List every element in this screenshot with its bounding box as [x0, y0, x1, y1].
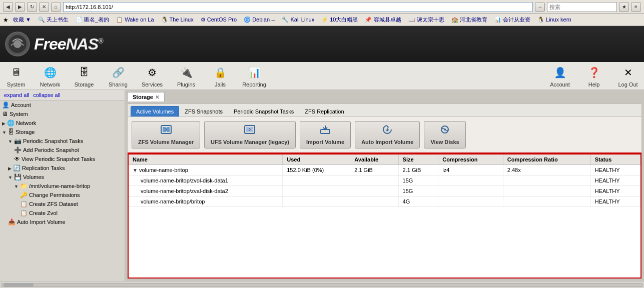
- volume-path-sidebar-icon: 📁: [20, 182, 28, 190]
- import-volume-label: Import Volume: [306, 139, 344, 145]
- auto-import-volume-button[interactable]: Auto Import Volume: [355, 121, 420, 148]
- cell-used: [283, 196, 350, 207]
- jails-label: Jails: [215, 82, 226, 88]
- col-name: Name: [129, 154, 283, 165]
- sidebar-item-create-zfs[interactable]: 📋 Create ZFS Dataset: [0, 200, 125, 208]
- sidebar-item-create-zvol[interactable]: 📋 Create Zvol: [0, 208, 125, 218]
- toolbar-sharing[interactable]: 🔗 Sharing: [106, 64, 130, 88]
- sidebar-item-auto-import[interactable]: 📥 Auto Import Volume: [0, 218, 125, 226]
- home-button[interactable]: ⌂: [51, 2, 61, 12]
- import-volume-button[interactable]: Import Volume: [300, 121, 351, 148]
- scrollbar-thumb[interactable]: [4, 284, 34, 286]
- toolbar-account[interactable]: 👤 Account: [548, 64, 572, 88]
- scrollbar-track[interactable]: [1, 283, 643, 287]
- sub-tab-zfs-replication[interactable]: ZFS Replication: [299, 106, 349, 116]
- collapse-all-link[interactable]: collapse all: [33, 92, 60, 98]
- refresh-button[interactable]: ↻: [27, 2, 37, 12]
- sidebar-item-periodic-snapshot[interactable]: 📷 Periodic Snapshot Tasks: [0, 136, 125, 146]
- zfs-vm-icon: [160, 124, 172, 137]
- table-row[interactable]: volume-name-britop/britop 4G HEALTHY: [129, 196, 640, 207]
- auto-import-label: Auto Import Volume: [361, 139, 413, 145]
- toolbar-plugins[interactable]: 🔌 Plugins: [174, 64, 198, 88]
- storage-sidebar-icon: 🗄: [8, 128, 14, 136]
- sidebar-item-add-periodic[interactable]: ➕ Add Periodic Snapshot: [0, 146, 125, 154]
- bookmark-wakeonlan[interactable]: 📋 Wake on La: [114, 16, 156, 24]
- sub-tab-periodic-snapshot-tasks[interactable]: Periodic Snapshot Tasks: [228, 106, 299, 116]
- back-button[interactable]: ◀: [3, 2, 13, 12]
- toolbar-services[interactable]: ⚙ Services: [140, 64, 164, 88]
- tab-storage[interactable]: Storage ✕: [127, 92, 165, 102]
- bookmark-debian[interactable]: 🌀 Debian --: [241, 16, 277, 24]
- table-row[interactable]: ▼ volume-name-britop 152.0 KiB (0%) 2.1 …: [129, 165, 640, 176]
- col-status: Status: [590, 154, 640, 165]
- logout-icon: ✕: [620, 64, 636, 80]
- sub-tab-zfs-snapshots-label: ZFS Snapshots: [185, 108, 223, 114]
- logo-text: FreeNAS®: [34, 35, 103, 54]
- toolbar-system[interactable]: 🖥 System: [4, 64, 28, 88]
- bookmark-shouc[interactable]: 收藏 ▼: [11, 16, 34, 24]
- sub-tab-zfs-snapshots[interactable]: ZFS Snapshots: [179, 106, 228, 116]
- cell-status: HEALTHY: [590, 176, 640, 186]
- sub-tab-active-volumes[interactable]: Active Volumes: [131, 106, 179, 116]
- bookmark-tiansheng[interactable]: 🔍 天上书生: [36, 16, 71, 24]
- expand-arrow[interactable]: ▼: [133, 168, 138, 173]
- bookmark-centos[interactable]: ⚙ CentOS Pro: [198, 16, 239, 24]
- browser-search-input[interactable]: [547, 2, 617, 12]
- expand-all-link[interactable]: expand all: [4, 92, 29, 98]
- stop-button[interactable]: ✕: [39, 2, 49, 12]
- table-area[interactable]: Name Used Available Size Compression Com…: [128, 154, 641, 278]
- cell-size: 15G: [398, 176, 438, 186]
- col-compression: Compression: [438, 154, 503, 165]
- toolbar-storage[interactable]: 🗄 Storage: [72, 64, 96, 88]
- bookmark-top10[interactable]: ⚡ 10大白帽黑: [319, 16, 360, 24]
- sidebar-item-system[interactable]: 🖥 System: [0, 110, 125, 118]
- jails-icon: 🔒: [212, 64, 228, 80]
- bookmark-rongcheng[interactable]: 📌 容城县卓越: [362, 16, 403, 24]
- search-go-button[interactable]: →: [535, 2, 545, 12]
- sidebar-item-account[interactable]: 👤 Account: [0, 100, 125, 110]
- menu-button[interactable]: ≡: [631, 2, 641, 12]
- bookmark-anon[interactable]: 📄 匿名_者的: [73, 16, 112, 24]
- volume-path-sidebar-label: /mnt/volume-name-britop: [29, 183, 90, 189]
- view-disks-button[interactable]: View Disks: [424, 121, 465, 148]
- toolbar-network[interactable]: 🌐 Network: [38, 64, 62, 88]
- bookmark-hebei[interactable]: 🏫 河北省教育: [449, 16, 490, 24]
- toolbar-logout[interactable]: ✕ Log Out: [616, 64, 640, 88]
- ufs-vm-label: UFS Volume Manager (legacy): [211, 139, 289, 145]
- bookmark-button[interactable]: ★: [619, 2, 629, 12]
- toolbar-help[interactable]: ❓ Help: [582, 64, 606, 88]
- ufs-volume-manager-button[interactable]: UFS Volume Manager (legacy): [204, 121, 296, 148]
- bookmark-thelinux[interactable]: 🐧 The Linux: [159, 16, 196, 24]
- tab-close-icon[interactable]: ✕: [155, 94, 159, 100]
- cell-available: [350, 186, 398, 196]
- auto-import-sidebar-label: Auto Import Volume: [17, 219, 66, 225]
- toolbar-jails[interactable]: 🔒 Jails: [208, 64, 232, 88]
- sidebar-item-view-periodic[interactable]: 👁 View Periodic Snapshot Tasks: [0, 154, 125, 164]
- cell-compression: [438, 196, 503, 207]
- storage-icon: 🗄: [76, 64, 92, 80]
- sidebar-item-storage[interactable]: 🗄 Storage: [0, 128, 125, 136]
- action-buttons: ZFS Volume Manager UFS Volume Manager (l…: [128, 117, 641, 154]
- bookmark-sunzong[interactable]: 📖 谏太宗十思: [406, 16, 447, 24]
- zfs-volume-manager-button[interactable]: ZFS Volume Manager: [132, 121, 200, 148]
- sidebar-scroll[interactable]: 👤 Account 🖥 System 🌐 Network 🗄: [0, 100, 125, 278]
- col-used: Used: [283, 154, 350, 165]
- cell-size: 4G: [398, 196, 438, 207]
- url-bar[interactable]: [63, 2, 533, 12]
- table-row[interactable]: volume-name-britop/zval-disk-data2 15G H…: [129, 186, 640, 196]
- cell-size: 15G: [398, 186, 438, 196]
- sidebar-item-volumes[interactable]: 💾 Volumes: [0, 172, 125, 182]
- bookmark-accounting[interactable]: 📊 会计从业资: [492, 16, 533, 24]
- bookmark-kali[interactable]: 🔧 Kali Linux: [279, 16, 317, 24]
- bookmark-linuxkern[interactable]: 🐧 Linux kern: [535, 16, 574, 24]
- sidebar-item-replication[interactable]: 🔄 Replication Tasks: [0, 164, 125, 172]
- cell-compression: [438, 176, 503, 186]
- horizontal-scrollbar[interactable]: [0, 281, 644, 288]
- sidebar-item-network[interactable]: 🌐 Network: [0, 118, 125, 128]
- sidebar-item-change-perms[interactable]: 🔑 Change Permissions: [0, 190, 125, 200]
- toolbar-reporting[interactable]: 📊 Reporting: [242, 64, 266, 88]
- bookmarks-bar: ★ 收藏 ▼ 🔍 天上书生 📄 匿名_者的 📋 Wake on La 🐧 The…: [0, 14, 644, 26]
- table-row[interactable]: volume-name-britop/zvol-disk-data1 15G H…: [129, 176, 640, 186]
- forward-button[interactable]: ▶: [15, 2, 25, 12]
- sidebar-item-volume-path[interactable]: 📁 /mnt/volume-name-britop: [0, 182, 125, 190]
